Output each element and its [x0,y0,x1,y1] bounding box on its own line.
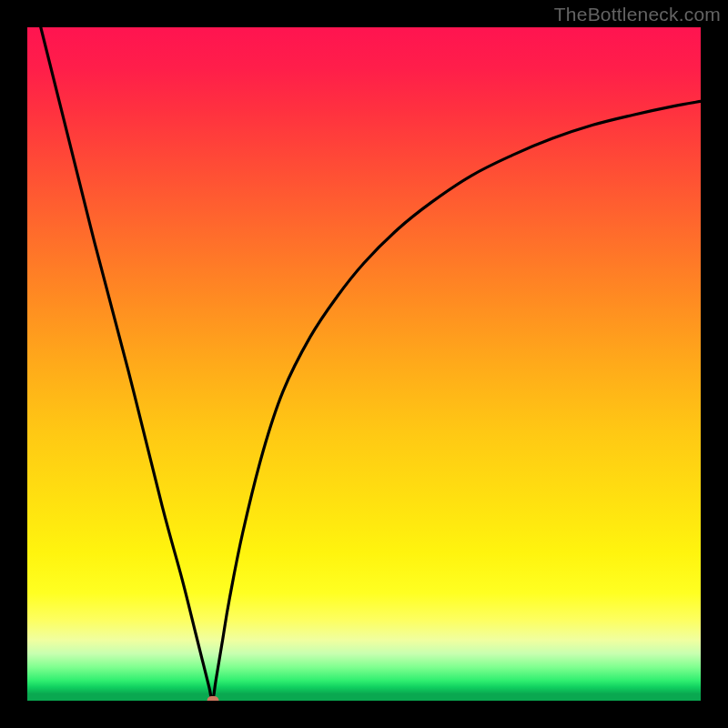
bottleneck-curve [41,27,701,701]
chart-frame: TheBottleneck.com [0,0,728,728]
optimal-point-marker [207,696,218,701]
watermark-text: TheBottleneck.com [554,4,721,25]
plot-area [27,27,701,701]
curve-svg [27,27,701,701]
